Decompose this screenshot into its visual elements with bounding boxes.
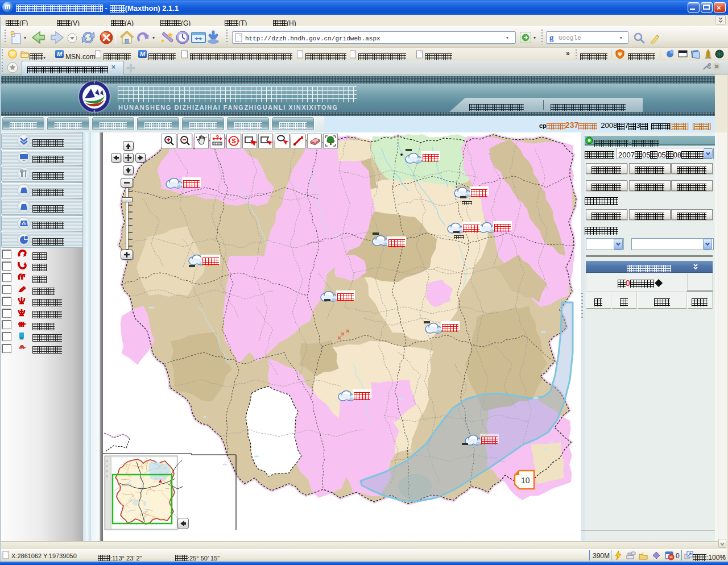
svg-text:?: ? [216,135,219,141]
svg-text:|||: ||| [106,470,108,472]
svg-text:S: S [232,138,236,144]
svg-text:|||: ||| [106,460,108,462]
svg-text:|||: ||| [106,475,108,477]
svg-text:|||: ||| [106,465,108,467]
